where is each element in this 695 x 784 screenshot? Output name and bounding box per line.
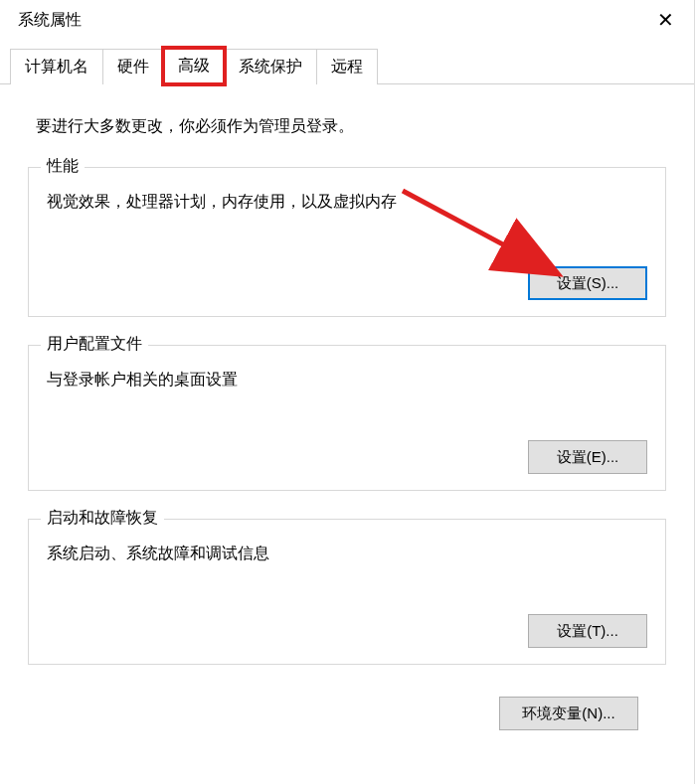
group-startup-recovery: 启动和故障恢复 系统启动、系统故障和调试信息 设置(T)...: [28, 519, 666, 665]
tab-system-protection[interactable]: 系统保护: [224, 49, 317, 84]
group-user-profiles: 用户配置文件 与登录帐户相关的桌面设置 设置(E)...: [28, 345, 666, 491]
group-performance: 性能 视觉效果，处理器计划，内存使用，以及虚拟内存 设置(S)...: [28, 167, 666, 317]
window-title: 系统属性: [18, 10, 82, 31]
performance-desc: 视觉效果，处理器计划，内存使用，以及虚拟内存: [47, 192, 647, 213]
system-properties-window: 系统属性 ✕ 计算机名 硬件 高级 系统保护 远程 要进行大多数更改，你必须作为…: [0, 0, 695, 784]
tab-computer-name[interactable]: 计算机名: [10, 49, 103, 84]
tab-advanced[interactable]: 高级: [163, 48, 225, 84]
startup-recovery-settings-button[interactable]: 设置(T)...: [528, 614, 647, 648]
startup-recovery-desc: 系统启动、系统故障和调试信息: [47, 544, 647, 564]
group-user-profiles-legend: 用户配置文件: [41, 334, 148, 355]
group-performance-legend: 性能: [41, 156, 85, 177]
admin-note: 要进行大多数更改，你必须作为管理员登录。: [36, 116, 666, 137]
environment-variables-button[interactable]: 环境变量(N)...: [499, 697, 638, 730]
user-profiles-desc: 与登录帐户相关的桌面设置: [47, 370, 647, 391]
titlebar: 系统属性 ✕: [0, 0, 694, 40]
performance-settings-button[interactable]: 设置(S)...: [528, 266, 647, 300]
group-startup-recovery-legend: 启动和故障恢复: [41, 508, 164, 529]
tab-content: 要进行大多数更改，你必须作为管理员登录。 性能 视觉效果，处理器计划，内存使用，…: [0, 84, 694, 750]
tab-remote[interactable]: 远程: [316, 49, 378, 84]
tab-hardware[interactable]: 硬件: [102, 49, 164, 84]
close-icon[interactable]: ✕: [649, 4, 682, 36]
tab-strip: 计算机名 硬件 高级 系统保护 远程: [0, 40, 694, 84]
user-profiles-settings-button[interactable]: 设置(E)...: [528, 440, 647, 474]
